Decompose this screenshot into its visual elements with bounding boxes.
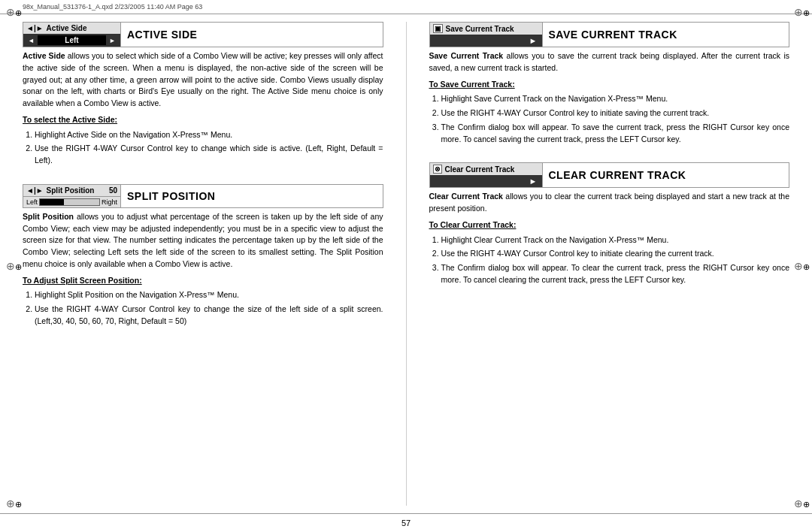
page-number: 57 (401, 518, 411, 527)
clear-current-track-section: ⊗ Clear Current Track ► CLEAR CURRENT TR… (429, 162, 790, 288)
active-side-subheading: To select the Active Side: (23, 114, 383, 126)
crosshair-bottom-left: ⊕ (6, 497, 18, 509)
crosshair-mid-right: ⊕ (794, 260, 806, 272)
crosshair-top-left: ⊕ (6, 6, 18, 18)
split-position-subheading: To Adjust Split Screen Position: (23, 275, 383, 287)
left-column: ◄|► Active Side ◄ Left ► ACTIVE SIDE Act… (23, 22, 383, 506)
active-side-value: Left (38, 35, 106, 45)
active-side-step-1: Highlight Active Side on the Navigation … (35, 129, 383, 141)
active-side-label: Active Side (47, 24, 87, 32)
active-side-body: Active Side allows you to select which s… (23, 50, 383, 167)
split-top-row: ◄|► Split Position 50 (23, 185, 120, 196)
split-position-body: Split Position allows you to adjust what… (23, 211, 383, 328)
save-current-track-steps: Highlight Save Current Track on the Navi… (429, 93, 790, 145)
active-side-header: ◄|► Active Side ◄ Left ► ACTIVE SIDE (23, 22, 383, 47)
clear-current-track-description: Clear Current Track allows you to clear … (429, 191, 790, 215)
split-position-desc-text: allows you to adjust what percentage of … (23, 212, 383, 268)
split-bar (39, 198, 100, 206)
save-current-track-section: ▣ Save Current Track ► SAVE CURRENT TRAC… (429, 22, 790, 147)
active-side-title: ACTIVE SIDE (121, 23, 203, 47)
clear-current-track-bold: Clear Current Track (429, 192, 503, 201)
save-current-track-step-1: Highlight Save Current Track on the Navi… (441, 93, 790, 105)
clear-current-track-label: Clear Current Track (445, 165, 515, 174)
bottom-footer: 57 (0, 513, 812, 532)
clear-current-track-body: Clear Current Track allows you to clear … (429, 191, 790, 286)
save-current-track-widget: ▣ Save Current Track ► (430, 23, 543, 47)
split-position-title: SPLIT POSITION (121, 185, 221, 207)
save-current-track-widget-label: ▣ Save Current Track (430, 23, 542, 35)
active-side-widget-label-row: ◄|► Active Side (23, 23, 120, 34)
split-position-description: Split Position allows you to adjust what… (23, 211, 383, 271)
split-value: 50 (109, 186, 117, 195)
split-right-label: Right (102, 198, 117, 206)
crosshair-top-right: ⊕ (794, 6, 806, 18)
save-current-track-title: SAVE CURRENT TRACK (543, 23, 683, 47)
active-side-step-2: Use the RIGHT 4-WAY Cursor Control key t… (35, 143, 383, 167)
split-left-label: Left (26, 198, 38, 206)
crosshair-bottom-right: ⊕ (794, 497, 806, 509)
clear-current-track-steps: Highlight Clear Current Track on the Nav… (429, 234, 790, 286)
save-current-track-subheading: To Save Current Track: (429, 79, 790, 91)
clear-current-track-widget: ⊗ Clear Current Track ► (430, 163, 543, 187)
header-text: 98x_Manual_531376-1_A.qxd 2/23/2005 11:4… (23, 3, 202, 11)
save-current-track-arrow: ► (529, 36, 538, 45)
main-content: ◄|► Active Side ◄ Left ► ACTIVE SIDE Act… (0, 14, 812, 513)
save-current-track-description: Save Current Track allows you to save th… (429, 50, 790, 74)
clear-current-track-header: ⊗ Clear Current Track ► CLEAR CURRENT TR… (429, 162, 790, 188)
split-bar-row: Left Right (23, 196, 120, 207)
clear-current-track-widget-label: ⊗ Clear Current Track (430, 163, 542, 175)
clear-current-track-arrow-row: ► (430, 175, 542, 187)
save-current-track-bold: Save Current Track (429, 51, 504, 60)
page: ⊕ ⊕ ⊕ ⊕ ⊕ ⊕ 98x_Manual_531376-1_A.qxd 2/… (0, 0, 812, 532)
active-side-bold: Active Side (23, 51, 65, 60)
clear-current-track-step-3: The Confirm dialog box will appear. To c… (441, 262, 790, 286)
clear-current-track-step-2: Use the RIGHT 4-WAY Cursor Control key t… (441, 248, 790, 260)
active-side-left-arrow: ◄ (28, 37, 35, 44)
active-side-right-arrow: ► (109, 37, 116, 44)
clear-current-track-icon: ⊗ (433, 165, 442, 174)
active-side-value-row: ◄ Left ► (23, 34, 120, 47)
active-side-icon: ◄|► (26, 24, 44, 32)
split-icon: ◄|► (26, 186, 44, 195)
split-label: Split Position (47, 186, 95, 195)
clear-current-track-title: CLEAR CURRENT TRACK (543, 163, 692, 187)
save-current-track-header: ▣ Save Current Track ► SAVE CURRENT TRAC… (429, 22, 790, 47)
active-side-section: ◄|► Active Side ◄ Left ► ACTIVE SIDE Act… (23, 22, 383, 169)
split-position-step-1: Highlight Split Position on the Navigati… (35, 289, 383, 301)
active-side-description: Active Side allows you to select which s… (23, 50, 383, 110)
save-current-track-step-3: The Confirm dialog box will appear. To s… (441, 122, 790, 146)
split-position-steps: Highlight Split Position on the Navigati… (23, 289, 383, 327)
save-current-track-arrow-row: ► (430, 35, 542, 47)
crosshair-mid-left: ⊕ (6, 260, 18, 272)
clear-current-track-arrow: ► (529, 177, 538, 186)
right-column: ▣ Save Current Track ► SAVE CURRENT TRAC… (406, 22, 790, 506)
split-position-header: ◄|► Split Position 50 Left Right SPLIT P… (23, 184, 383, 208)
clear-current-track-subheading: To Clear Current Track: (429, 219, 790, 231)
active-side-desc-text: allows you to select which side of a Com… (23, 51, 383, 107)
save-current-track-icon: ▣ (433, 24, 443, 33)
active-side-widget: ◄|► Active Side ◄ Left ► (23, 23, 121, 47)
active-side-steps: Highlight Active Side on the Navigation … (23, 129, 383, 167)
clear-current-track-step-1: Highlight Clear Current Track on the Nav… (441, 234, 790, 246)
split-position-bold: Split Position (23, 212, 74, 221)
split-position-widget: ◄|► Split Position 50 Left Right (23, 185, 121, 207)
split-position-section: ◄|► Split Position 50 Left Right SPLIT P… (23, 184, 383, 330)
save-current-track-label: Save Current Track (446, 25, 514, 33)
top-header: 98x_Manual_531376-1_A.qxd 2/23/2005 11:4… (0, 0, 812, 14)
save-current-track-body: Save Current Track allows you to save th… (429, 50, 790, 145)
save-current-track-step-2: Use the RIGHT 4-WAY Cursor Control key t… (441, 107, 790, 119)
split-position-step-2: Use the RIGHT 4-WAY Cursor Control key t… (35, 304, 383, 328)
